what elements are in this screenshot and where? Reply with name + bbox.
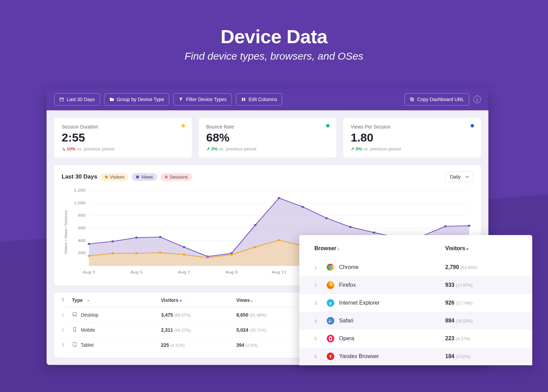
- svg-point-41: [183, 254, 185, 256]
- svg-point-39: [135, 252, 138, 254]
- kpi-dot: [326, 124, 329, 127]
- svg-point-35: [444, 225, 447, 228]
- svg-point-45: [278, 239, 280, 241]
- svg-point-24: [183, 246, 185, 248]
- chevron-down-icon: [465, 175, 469, 179]
- legend-views[interactable]: Views: [132, 173, 157, 181]
- svg-text:Aug 3: Aug 3: [83, 270, 95, 274]
- col-browser-visitors-header[interactable]: Visitors▾: [445, 245, 517, 252]
- svg-text:Aug 9: Aug 9: [225, 270, 238, 274]
- browser-icon: [327, 317, 334, 324]
- browser-row[interactable]: 1 Chrome 2,790 (53.45%): [299, 258, 532, 276]
- mobile-icon: [72, 327, 77, 333]
- kpi-dot: [471, 124, 474, 127]
- svg-point-38: [111, 252, 114, 254]
- kpi-card[interactable]: Views Per Session 1.80 ↗ 0% vs. previous…: [343, 118, 481, 158]
- svg-point-20: [88, 243, 90, 245]
- kpi-card[interactable]: Session Duration 2:55 ↘ 10% vs. previous…: [54, 118, 192, 158]
- svg-text:Aug 11: Aug 11: [272, 270, 286, 274]
- svg-text:Aug 7: Aug 7: [178, 270, 190, 274]
- svg-rect-62: [73, 313, 77, 315]
- kpi-value: 2:55: [62, 131, 184, 144]
- legend-sessions[interactable]: Sessions: [161, 173, 192, 181]
- svg-point-43: [230, 254, 233, 256]
- browser-row[interactable]: 3 e Internet Explorer 926 (17.74%): [299, 294, 532, 312]
- svg-rect-6: [411, 99, 414, 101]
- browser-row[interactable]: 5 Opera 223 (4.27%): [299, 330, 532, 347]
- chart-header: Last 30 Days Visitors Views Sessions Dai…: [62, 171, 473, 182]
- svg-point-28: [278, 197, 280, 199]
- svg-point-42: [207, 257, 209, 259]
- hero-title: Device Data: [0, 25, 548, 48]
- svg-point-29: [301, 206, 304, 208]
- svg-text:600: 600: [78, 226, 86, 230]
- filter-icon: [178, 97, 183, 102]
- svg-point-23: [159, 236, 161, 238]
- svg-text:Aug 5: Aug 5: [130, 270, 143, 274]
- laptop-icon: [72, 311, 77, 318]
- kpi-value: 68%: [206, 131, 329, 144]
- col-browser-header[interactable]: Browser▸: [314, 245, 445, 252]
- kpi-label: Session Duration: [62, 124, 184, 130]
- hero: Device Data Find device types, browsers,…: [0, 0, 548, 62]
- date-range-button[interactable]: Last 30 Days: [54, 93, 100, 106]
- toolbar: Last 30 Days Group by Device Type Filter…: [47, 88, 488, 110]
- svg-point-27: [254, 224, 257, 226]
- kpi-trend: ↗ 0% vs. previous period: [351, 146, 473, 151]
- col-type-header[interactable]: Type▸: [72, 297, 161, 303]
- svg-point-31: [349, 226, 351, 228]
- columns-icon: [241, 97, 246, 102]
- y-axis-label: Visitors / Views / Sessions: [62, 187, 68, 278]
- svg-point-72: [330, 267, 332, 268]
- svg-point-36: [468, 225, 470, 227]
- svg-text:400: 400: [78, 238, 86, 243]
- svg-rect-0: [60, 98, 64, 101]
- browser-icon: [327, 281, 334, 289]
- edit-columns-button[interactable]: Edit Columns: [236, 93, 282, 106]
- browser-row[interactable]: 6 Y Yandex Browser 184 (3.52%): [299, 347, 532, 365]
- group-by-button[interactable]: Group by Device Type: [104, 93, 169, 106]
- device-count: 3: [62, 297, 72, 303]
- svg-rect-5: [244, 98, 245, 101]
- kpi-value: 1.80: [351, 131, 473, 144]
- kpi-card[interactable]: Bounce Rate 68% ↗ 3% vs. previous period: [199, 118, 336, 158]
- filter-button[interactable]: Filter Device Types: [173, 93, 232, 106]
- svg-point-37: [88, 255, 90, 257]
- svg-text:800: 800: [78, 213, 86, 218]
- svg-point-40: [159, 252, 161, 254]
- kpi-dot: [182, 124, 185, 127]
- hero-subtitle: Find device types, browsers, and OSes: [0, 50, 548, 62]
- kpi-trend: ↗ 3% vs. previous period: [206, 146, 329, 151]
- copy-icon: [410, 97, 414, 102]
- svg-point-21: [111, 241, 114, 243]
- svg-rect-4: [242, 98, 243, 101]
- browser-icon: Y: [327, 353, 334, 360]
- browser-icon: [327, 335, 334, 342]
- folder-icon: [109, 97, 114, 102]
- legend-visitors[interactable]: Visitors: [101, 173, 128, 181]
- kpi-label: Views Per Session: [351, 124, 473, 130]
- svg-point-44: [254, 246, 257, 248]
- info-icon[interactable]: i: [473, 96, 481, 103]
- copy-url-button[interactable]: Copy Dashboard URL: [404, 93, 469, 106]
- granularity-dropdown[interactable]: Daily: [446, 171, 473, 182]
- svg-point-30: [325, 217, 328, 219]
- svg-point-32: [373, 232, 375, 234]
- kpi-trend: ↘ 10% vs. previous period: [62, 146, 184, 151]
- kpi-label: Bounce Rate: [206, 124, 329, 130]
- browser-icon: [327, 264, 334, 271]
- browser-icon: e: [327, 299, 334, 307]
- calendar-icon: [59, 97, 64, 102]
- svg-rect-7: [410, 98, 413, 100]
- svg-text:1,200: 1,200: [74, 188, 86, 192]
- chart-title: Last 30 Days: [62, 173, 97, 180]
- browser-table-header: Browser▸ Visitors▾: [299, 235, 532, 258]
- browser-table-card: Browser▸ Visitors▾ 1 Chrome 2,790 (53.45…: [299, 235, 532, 365]
- browser-row[interactable]: 2 Firefox 933 (17.87%): [299, 276, 532, 294]
- svg-point-22: [135, 237, 138, 239]
- col-visitors-header[interactable]: Visitors▾: [161, 297, 236, 303]
- svg-text:1,000: 1,000: [74, 201, 86, 205]
- kpi-row: Session Duration 2:55 ↘ 10% vs. previous…: [54, 118, 481, 158]
- svg-text:200: 200: [78, 251, 86, 255]
- browser-row[interactable]: 4 Safari 884 (16.93%): [299, 312, 532, 330]
